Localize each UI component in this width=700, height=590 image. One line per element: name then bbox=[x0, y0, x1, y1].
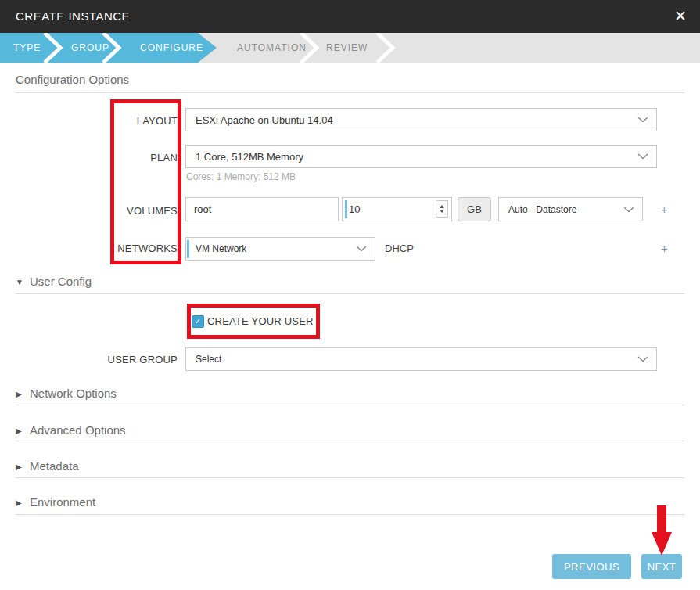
volume-size-stepper[interactable] bbox=[436, 200, 448, 218]
network-select[interactable]: VM Network bbox=[185, 237, 375, 261]
datastore-select-value: Auto - Datastore bbox=[508, 204, 576, 215]
datastore-select[interactable]: Auto - Datastore bbox=[498, 197, 643, 221]
layout-select-value: ESXi Apache on Ubuntu 14.04 bbox=[196, 114, 333, 126]
wizard-step-review[interactable]: REVIEW bbox=[326, 33, 368, 63]
previous-button[interactable]: PREVIOUS bbox=[552, 554, 631, 579]
environment-section-header[interactable]: Environment bbox=[30, 495, 95, 509]
chevron-down-icon bbox=[623, 207, 634, 213]
advanced-options-section-header[interactable]: Advanced Options bbox=[30, 423, 126, 437]
wizard-step-automation[interactable]: AUTOMATION bbox=[237, 33, 307, 63]
collapse-collapsed-icon[interactable]: ▶ bbox=[16, 498, 22, 507]
user-group-label: USER GROUP bbox=[0, 354, 178, 365]
stepper-up-icon[interactable] bbox=[440, 205, 444, 208]
next-button[interactable]: NEXT bbox=[641, 554, 682, 579]
divider bbox=[16, 514, 684, 515]
volume-unit-button[interactable]: GB bbox=[458, 197, 491, 221]
chevron-down-icon bbox=[356, 246, 367, 252]
wizard-stepbar: TYPE GROUP CONFIGURE AUTOMATION REVIEW bbox=[0, 33, 700, 63]
plan-select[interactable]: 1 Core, 512MB Memory bbox=[185, 145, 657, 168]
wizard-step-group[interactable]: GROUP bbox=[71, 33, 109, 63]
networks-label: NETWORKS bbox=[0, 243, 178, 254]
collapse-collapsed-icon[interactable]: ▶ bbox=[16, 426, 22, 435]
chevron-down-icon bbox=[637, 153, 648, 160]
wizard-step-configure[interactable]: CONFIGURE bbox=[140, 33, 203, 63]
plan-label: PLAN bbox=[0, 152, 178, 164]
divider bbox=[16, 441, 684, 441]
close-icon[interactable]: ✕ bbox=[671, 0, 690, 33]
text-caret bbox=[345, 200, 347, 218]
create-your-user-checkbox[interactable]: ✓ bbox=[192, 315, 204, 328]
configuration-options-title: Configuration Options bbox=[16, 73, 129, 86]
create-your-user-label: CREATE YOUR USER bbox=[207, 315, 314, 327]
collapse-collapsed-icon[interactable]: ▶ bbox=[16, 462, 22, 471]
divider bbox=[16, 477, 684, 478]
annotation-arrow-next bbox=[644, 504, 679, 559]
volume-size-field bbox=[342, 197, 452, 221]
collapse-expanded-icon[interactable]: ▼ bbox=[16, 278, 23, 286]
stepper-down-icon[interactable] bbox=[440, 210, 444, 213]
metadata-section-header[interactable]: Metadata bbox=[30, 459, 79, 473]
chevron-down-icon bbox=[637, 117, 648, 123]
divider bbox=[16, 293, 684, 294]
network-ip-mode: DHCP bbox=[385, 243, 414, 254]
add-volume-button[interactable]: + bbox=[661, 204, 668, 215]
dialog-title: CREATE INSTANCE bbox=[16, 0, 130, 33]
user-group-select-value: Select bbox=[196, 354, 221, 365]
add-network-button[interactable]: + bbox=[661, 243, 668, 254]
focus-indicator bbox=[187, 240, 189, 258]
wizard-step-type[interactable]: TYPE bbox=[13, 33, 41, 63]
chevron-down-icon bbox=[637, 356, 648, 362]
volumes-label: VOLUMES bbox=[0, 205, 178, 217]
layout-select[interactable]: ESXi Apache on Ubuntu 14.04 bbox=[185, 108, 657, 131]
layout-label: LAYOUT bbox=[0, 115, 178, 127]
user-group-select[interactable]: Select bbox=[185, 347, 657, 371]
collapse-collapsed-icon[interactable]: ▶ bbox=[16, 390, 22, 398]
create-instance-dialog: CREATE INSTANCE ✕ TYPE GROUP CONFIGURE A… bbox=[0, 0, 700, 590]
plan-select-value: 1 Core, 512MB Memory bbox=[196, 151, 303, 163]
user-config-section-header[interactable]: User Config bbox=[30, 275, 92, 288]
network-options-section-header[interactable]: Network Options bbox=[30, 387, 117, 400]
volume-size-input[interactable] bbox=[349, 198, 423, 221]
dialog-header: CREATE INSTANCE ✕ bbox=[0, 0, 700, 33]
plan-helper-text: Cores: 1 Memory: 512 MB bbox=[186, 171, 296, 182]
network-select-value: VM Network bbox=[196, 243, 246, 254]
divider bbox=[16, 405, 684, 405]
volume-name-input[interactable] bbox=[185, 197, 339, 221]
divider bbox=[16, 92, 684, 93]
